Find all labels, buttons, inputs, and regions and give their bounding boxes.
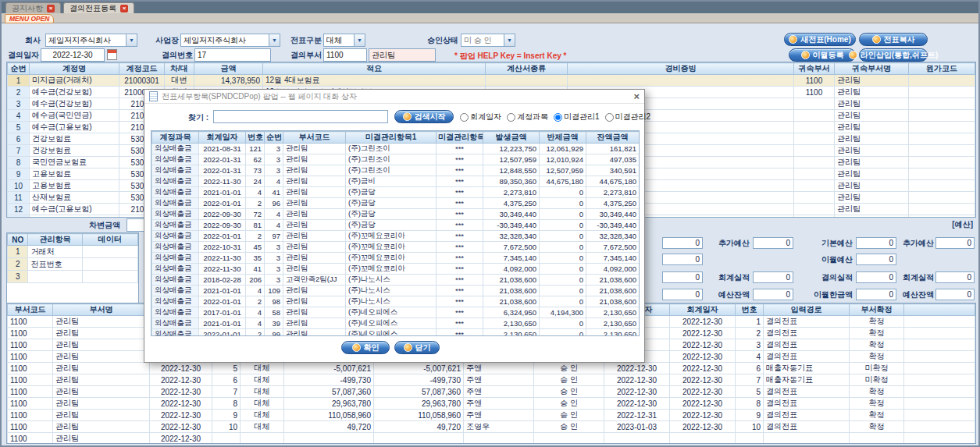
cell[interactable]: 2022-01-01 bbox=[199, 329, 246, 337]
cell[interactable]: 2,130,650 bbox=[483, 318, 540, 329]
cell[interactable]: 110,058,960 bbox=[284, 410, 374, 421]
cell[interactable]: *** bbox=[437, 165, 483, 176]
cell[interactable]: 관리팀 bbox=[835, 192, 909, 204]
table-row[interactable]: 1100관리팀2022-12-30 bbox=[8, 433, 975, 445]
cell[interactable]: 관리팀 bbox=[835, 110, 909, 122]
budget-value-field[interactable]: 0 bbox=[662, 254, 703, 265]
cell[interactable]: 4 bbox=[265, 220, 283, 231]
column-header[interactable]: 계정명 bbox=[30, 63, 119, 75]
cell[interactable]: 7 bbox=[736, 374, 764, 386]
cell[interactable]: 0 bbox=[540, 264, 586, 275]
cell[interactable]: 2022-09-30 bbox=[199, 209, 246, 220]
cell[interactable]: 관리팀 bbox=[53, 351, 150, 363]
cell[interactable] bbox=[486, 75, 568, 87]
cell[interactable]: 2,130,650 bbox=[586, 318, 640, 329]
cell[interactable]: 2022-12-30 bbox=[150, 386, 212, 398]
cell[interactable]: 관리팀 bbox=[283, 187, 346, 198]
cell[interactable]: 외상매출금 bbox=[152, 154, 199, 165]
cell[interactable]: *** bbox=[437, 209, 483, 220]
column-header[interactable]: 입력경로 bbox=[764, 304, 850, 316]
cell[interactable]: 4,194,300 bbox=[540, 307, 586, 318]
cell[interactable]: 2021-01-01 bbox=[199, 286, 246, 296]
cell[interactable]: 결의전표 bbox=[764, 386, 850, 398]
radio-option[interactable]: 미결관리2 bbox=[605, 112, 651, 122]
table-row[interactable]: 1100관리팀2022-12-3010대체49,72049,720조영우승 인2… bbox=[8, 421, 975, 433]
cell[interactable]: 4 bbox=[736, 351, 764, 363]
cell[interactable] bbox=[568, 75, 794, 87]
cell[interactable] bbox=[909, 110, 975, 122]
cell[interactable]: 0 bbox=[540, 198, 586, 209]
cell[interactable]: 1100 bbox=[8, 398, 53, 410]
column-header[interactable]: 회계일자 bbox=[670, 304, 736, 316]
cell[interactable]: 매출자동기표 bbox=[764, 374, 850, 386]
radio-input[interactable] bbox=[507, 113, 515, 122]
cell[interactable]: *** bbox=[437, 329, 483, 337]
radio-option[interactable]: 회계일자 bbox=[460, 112, 501, 122]
cell[interactable]: 3 bbox=[265, 154, 283, 165]
cell[interactable] bbox=[904, 363, 975, 374]
column-header[interactable]: 회계일자 bbox=[199, 132, 246, 144]
tab-close-icon[interactable]: × bbox=[120, 5, 128, 12]
cell[interactable]: 4,092,000 bbox=[483, 264, 540, 275]
table-row[interactable]: 외상매출금2022-11-30244관리팀(주)금비***89,350,3604… bbox=[152, 176, 640, 187]
cell[interactable]: (주)금당 bbox=[346, 220, 437, 231]
cell[interactable]: 3 bbox=[265, 253, 283, 264]
cell[interactable]: 관리팀 bbox=[283, 286, 346, 296]
table-row[interactable]: 외상매출금2022-11-30353관리팀(주)꼬메요코리아***7,345,1… bbox=[152, 253, 640, 264]
cell[interactable]: 외상매출금 bbox=[152, 286, 199, 296]
cell[interactable]: 2 bbox=[246, 198, 265, 209]
cell[interactable]: 외상매출금 bbox=[152, 296, 199, 307]
chevron-down-icon[interactable]: ▼ bbox=[504, 34, 515, 46]
cell[interactable]: 4 bbox=[265, 209, 283, 220]
cell[interactable]: 예수금(국민연금) bbox=[30, 110, 119, 122]
column-header[interactable]: 발생금액 bbox=[483, 132, 540, 144]
cell[interactable]: *** bbox=[437, 220, 483, 231]
cell[interactable]: 12 bbox=[8, 204, 30, 215]
cell[interactable]: 고용보험료 bbox=[30, 180, 119, 192]
cell[interactable]: 3 bbox=[8, 98, 30, 110]
cell[interactable]: 8 bbox=[8, 157, 30, 169]
cell[interactable] bbox=[904, 328, 975, 339]
cell[interactable]: 4 bbox=[246, 307, 265, 318]
cell[interactable]: 2022-01-01 bbox=[199, 296, 246, 307]
cell[interactable]: 주앤 bbox=[464, 398, 534, 410]
cell[interactable]: 1100 bbox=[8, 374, 53, 386]
cell[interactable]: (주)꼬메요코리아 bbox=[346, 264, 437, 275]
cell[interactable]: 관리팀 bbox=[283, 165, 346, 176]
cell[interactable]: 주앤 bbox=[464, 374, 534, 386]
cell[interactable]: *** bbox=[437, 286, 483, 296]
cell[interactable]: 12,507,959 bbox=[540, 165, 586, 176]
radio-option[interactable]: 계정과목 bbox=[507, 112, 548, 122]
cell[interactable]: 고객만족2팀(JJ bbox=[283, 275, 346, 286]
cell[interactable]: 1100 bbox=[8, 410, 53, 421]
budget-value-field[interactable]: 0 bbox=[753, 271, 793, 283]
cell[interactable]: -5,007,621 bbox=[284, 363, 374, 374]
table-row[interactable]: 외상매출금2022-10-31453관리팀(주)꼬메요코리아***7,672,5… bbox=[152, 242, 640, 253]
cell[interactable] bbox=[904, 398, 975, 410]
cell[interactable]: 관리팀 bbox=[53, 386, 150, 398]
cell[interactable]: 10 bbox=[212, 421, 241, 433]
cell[interactable]: 21,038,600 bbox=[483, 286, 540, 296]
table-row[interactable]: 3 bbox=[8, 271, 138, 283]
table-row[interactable]: 외상매출금2022-01-01296관리팀(주)금당***4,375,25004… bbox=[152, 198, 640, 209]
cell[interactable]: 30,349,440 bbox=[586, 209, 640, 220]
cell[interactable]: 외상매출금 bbox=[152, 198, 199, 209]
cell[interactable]: 외상매출금 bbox=[152, 329, 199, 337]
table-row[interactable]: 외상매출금2021-08-311213관리팀(주)그린조이***12,223,7… bbox=[152, 144, 640, 154]
cell[interactable]: (주)그린조이 bbox=[346, 144, 437, 154]
column-header[interactable]: 부서코드 bbox=[8, 304, 53, 316]
cell[interactable]: 승 인 bbox=[534, 374, 604, 386]
cell[interactable]: 2022-12-30 bbox=[604, 398, 670, 410]
budget-value-field[interactable]: 0 bbox=[662, 289, 703, 300]
cell[interactable]: 58 bbox=[265, 307, 283, 318]
cell[interactable]: 24 bbox=[246, 176, 265, 187]
cell[interactable]: 관리팀 bbox=[53, 328, 150, 339]
cell[interactable]: 2022-12-30 bbox=[604, 374, 670, 386]
cell[interactable]: 8 bbox=[736, 398, 764, 410]
cell[interactable]: 결의전표 bbox=[764, 351, 850, 363]
cell[interactable]: 5 bbox=[736, 386, 764, 398]
cell[interactable]: 12,848,550 bbox=[483, 165, 540, 176]
cell[interactable]: 21,038,600 bbox=[586, 275, 640, 286]
cell[interactable]: 2 bbox=[8, 87, 30, 98]
cell[interactable]: 승 인 bbox=[534, 398, 604, 410]
